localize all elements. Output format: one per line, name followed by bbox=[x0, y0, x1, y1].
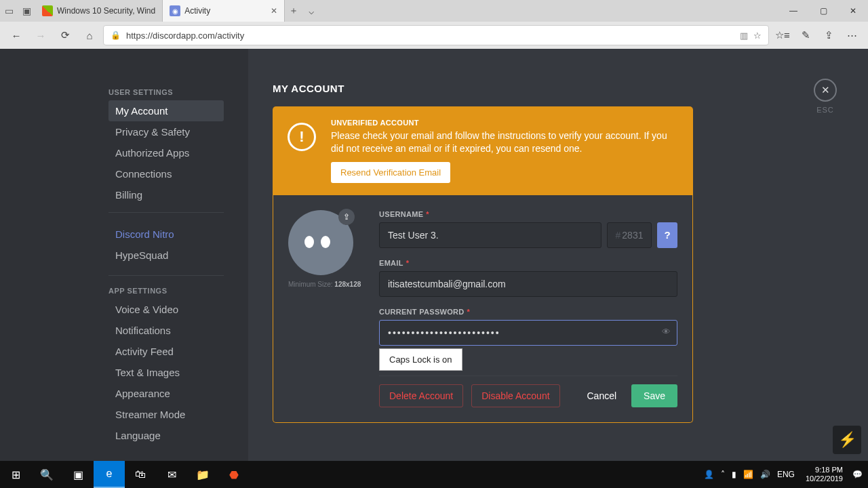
tab-dropdown-icon[interactable]: ⌵ bbox=[302, 2, 320, 20]
email-label: EMAIL* bbox=[379, 259, 677, 267]
tab-title: Windows 10 Security, Wind bbox=[57, 6, 155, 16]
disable-account-button[interactable]: Disable Account bbox=[471, 384, 559, 407]
favorites-icon[interactable]: ☆≡ bbox=[772, 24, 793, 46]
sidebar-item-notifications[interactable]: Notifications bbox=[108, 320, 224, 341]
chevron-up-icon[interactable]: ˄ bbox=[721, 470, 725, 479]
browser-tab-windows-security[interactable]: Windows 10 Security, Wind bbox=[35, 0, 163, 22]
account-card: ⇪ Minimum Size: 128x128 USERNAME* #2831 … bbox=[273, 195, 693, 423]
email-input[interactable] bbox=[379, 271, 677, 297]
tab-group-icon-2[interactable]: ▣ bbox=[18, 2, 35, 20]
reader-icon[interactable]: ▥ bbox=[740, 30, 748, 41]
discriminator: #2831 bbox=[607, 222, 652, 248]
search-button[interactable]: 🔍 bbox=[31, 461, 62, 488]
star-icon[interactable]: ☆ bbox=[753, 30, 762, 41]
sidebar-item-billing[interactable]: Billing bbox=[108, 184, 224, 205]
tab-group-icon[interactable]: ▭ bbox=[0, 2, 18, 20]
avatar-size-hint: Minimum Size: 128x128 bbox=[288, 281, 364, 288]
sidebar-item-voice[interactable]: Voice & Video bbox=[108, 299, 224, 320]
sidebar-header-app: APP SETTINGS bbox=[108, 287, 248, 295]
save-button[interactable]: Save bbox=[631, 384, 677, 407]
window-maximize-button[interactable]: ▢ bbox=[808, 0, 838, 22]
address-bar[interactable]: 🔒 https://discordapp.com/activity ▥ ☆ bbox=[103, 25, 769, 45]
password-label: CURRENT PASSWORD* bbox=[379, 308, 677, 316]
sidebar-item-hypesquad[interactable]: HypeSquad bbox=[108, 245, 224, 266]
sidebar-item-language[interactable]: Language bbox=[108, 425, 224, 446]
cancel-button[interactable]: Cancel bbox=[580, 385, 623, 407]
page-title: MY ACCOUNT bbox=[273, 83, 844, 94]
nav-forward-button[interactable]: → bbox=[30, 24, 52, 46]
window-minimize-button[interactable]: — bbox=[778, 0, 808, 22]
settings-sidebar: USER SETTINGS My Account Privacy & Safet… bbox=[0, 49, 248, 461]
wifi-icon[interactable]: 📶 bbox=[743, 470, 753, 479]
browser-tab-activity[interactable]: ◉ Activity ✕ bbox=[163, 0, 285, 22]
mail-app-icon[interactable]: ✉ bbox=[156, 461, 187, 488]
capslock-tooltip: Caps Lock is on bbox=[379, 348, 462, 371]
favicon-ms bbox=[42, 5, 53, 16]
username-help-button[interactable]: ? bbox=[657, 222, 677, 248]
bolt-icon[interactable]: ⚡ bbox=[833, 426, 861, 454]
nav-back-button[interactable]: ← bbox=[5, 24, 27, 46]
tab-title: Activity bbox=[184, 6, 210, 16]
upload-icon[interactable]: ⇪ bbox=[338, 209, 355, 225]
password-input[interactable] bbox=[379, 320, 677, 346]
discord-logo-icon bbox=[304, 236, 337, 249]
task-view-button[interactable]: ▣ bbox=[62, 461, 94, 488]
brave-app-icon[interactable]: ⬣ bbox=[218, 461, 250, 488]
new-tab-button[interactable]: ＋ bbox=[285, 2, 302, 20]
banner-desc: Please check your email and follow the i… bbox=[331, 129, 678, 155]
notes-icon[interactable]: ✎ bbox=[795, 24, 816, 46]
windows-taskbar: ⊞ 🔍 ▣ e 🛍 ✉ 📁 ⬣ 👤 ˄ ▮ 📶 🔊 ENG 9:18 PM 10… bbox=[0, 461, 868, 488]
window-close-button[interactable]: ✕ bbox=[838, 0, 868, 22]
banner-title: UNVERIFIED ACCOUNT bbox=[331, 119, 678, 127]
sidebar-item-activity-feed[interactable]: Activity Feed bbox=[108, 341, 224, 362]
sidebar-item-connections[interactable]: Connections bbox=[108, 163, 224, 184]
esc-label: ESC bbox=[814, 106, 837, 114]
date-text: 10/22/2019 bbox=[806, 474, 843, 483]
sidebar-item-streamer-mode[interactable]: Streamer Mode bbox=[108, 404, 224, 425]
system-tray: 👤 ˄ ▮ 📶 🔊 ENG 9:18 PM 10/22/2019 💬 bbox=[704, 466, 868, 483]
nav-home-button[interactable]: ⌂ bbox=[79, 24, 100, 46]
username-input[interactable] bbox=[379, 222, 601, 248]
browser-chrome: ▭ ▣ Windows 10 Security, Wind ◉ Activity… bbox=[0, 0, 868, 49]
nav-refresh-button[interactable]: ⟳ bbox=[54, 24, 76, 46]
warning-icon: ! bbox=[288, 123, 316, 151]
eye-icon[interactable]: 👁 bbox=[662, 327, 671, 337]
unverified-banner: ! UNVERIFIED ACCOUNT Please check your e… bbox=[273, 106, 693, 195]
start-button[interactable]: ⊞ bbox=[0, 461, 31, 488]
lock-icon: 🔒 bbox=[111, 30, 121, 40]
sidebar-item-my-account[interactable]: My Account bbox=[108, 100, 224, 121]
settings-main: ✕ ESC MY ACCOUNT ! UNVERIFIED ACCOUNT Pl… bbox=[248, 49, 868, 461]
discord-settings-page: USER SETTINGS My Account Privacy & Safet… bbox=[0, 49, 868, 461]
notifications-icon[interactable]: 💬 bbox=[852, 470, 863, 479]
favicon-discord: ◉ bbox=[170, 5, 180, 16]
resend-verification-button[interactable]: Resend Verification Email bbox=[331, 162, 450, 183]
time-text: 9:18 PM bbox=[806, 466, 843, 474]
avatar[interactable]: ⇪ bbox=[288, 210, 353, 275]
address-row: ← → ⟳ ⌂ 🔒 https://discordapp.com/activit… bbox=[0, 22, 868, 49]
sidebar-item-privacy[interactable]: Privacy & Safety bbox=[108, 121, 224, 142]
sidebar-item-authorized-apps[interactable]: Authorized Apps bbox=[108, 142, 224, 163]
battery-icon[interactable]: ▮ bbox=[732, 470, 736, 479]
language-indicator[interactable]: ENG bbox=[777, 470, 795, 479]
close-icon[interactable]: ✕ bbox=[814, 79, 837, 102]
clock[interactable]: 9:18 PM 10/22/2019 bbox=[806, 466, 843, 483]
sidebar-item-text-images[interactable]: Text & Images bbox=[108, 362, 224, 383]
sidebar-header-user: USER SETTINGS bbox=[108, 88, 248, 96]
explorer-app-icon[interactable]: 📁 bbox=[187, 461, 218, 488]
people-icon[interactable]: 👤 bbox=[704, 470, 714, 479]
store-app-icon[interactable]: 🛍 bbox=[125, 461, 156, 488]
edge-app-icon[interactable]: e bbox=[94, 461, 125, 488]
delete-account-button[interactable]: Delete Account bbox=[379, 384, 463, 407]
sound-icon[interactable]: 🔊 bbox=[760, 470, 770, 479]
username-label: USERNAME* bbox=[379, 210, 677, 218]
share-icon[interactable]: ⇪ bbox=[818, 24, 840, 46]
form-divider bbox=[379, 375, 677, 376]
sidebar-item-nitro[interactable]: Discord Nitro bbox=[108, 224, 224, 245]
sidebar-divider bbox=[108, 212, 224, 213]
close-icon[interactable]: ✕ bbox=[271, 6, 277, 16]
tabs-row: ▭ ▣ Windows 10 Security, Wind ◉ Activity… bbox=[0, 0, 868, 22]
sidebar-item-appearance[interactable]: Appearance bbox=[108, 383, 224, 404]
sidebar-divider bbox=[108, 275, 224, 276]
close-settings[interactable]: ✕ ESC bbox=[814, 79, 837, 114]
more-icon[interactable]: ⋯ bbox=[841, 24, 863, 46]
